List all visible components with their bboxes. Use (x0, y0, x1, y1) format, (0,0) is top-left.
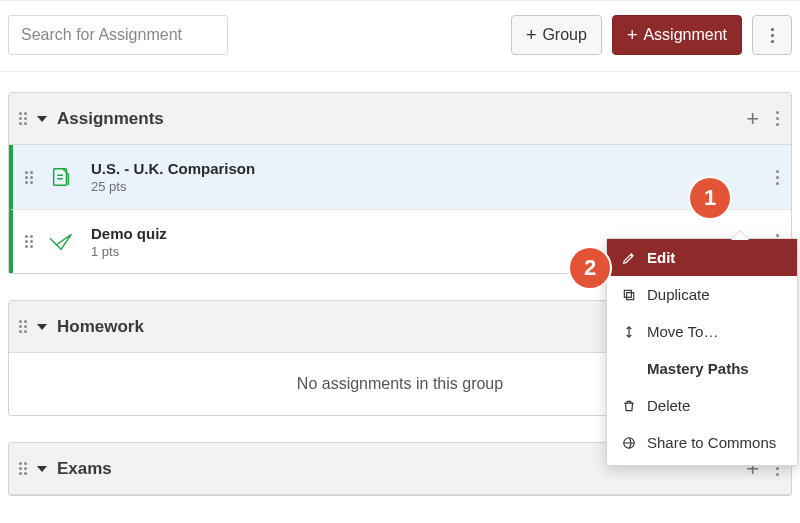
callout-badge-1: 1 (690, 178, 730, 218)
menu-item-label: Edit (647, 249, 675, 266)
add-group-label: Group (542, 26, 586, 44)
chevron-down-icon (37, 324, 47, 330)
search-input[interactable] (8, 15, 228, 55)
menu-item-label: Move To… (647, 323, 718, 340)
group-more-button[interactable] (775, 111, 779, 126)
move-icon (621, 324, 637, 340)
add-assignment-label: Assignment (643, 26, 727, 44)
blank-icon (621, 361, 637, 377)
add-assignment-button[interactable]: + Assignment (612, 15, 742, 55)
drag-handle-icon[interactable] (25, 235, 35, 248)
drag-handle-icon[interactable] (19, 320, 29, 333)
drag-handle-icon[interactable] (19, 462, 29, 475)
assignment-title: U.S. - U.K. Comparison (91, 160, 775, 177)
svg-rect-1 (627, 292, 634, 299)
group-title: Assignments (57, 109, 746, 129)
trash-icon (621, 398, 637, 414)
menu-item-label: Duplicate (647, 286, 710, 303)
assignment-row[interactable]: U.S. - U.K. Comparison 25 pts (9, 145, 791, 209)
commons-icon (621, 435, 637, 451)
plus-icon: + (627, 26, 638, 44)
toolbar: + Group + Assignment (0, 0, 800, 72)
chevron-down-icon (37, 116, 47, 122)
assignment-points: 25 pts (91, 179, 775, 194)
row-more-button[interactable] (775, 170, 779, 185)
menu-item-duplicate[interactable]: Duplicate (607, 276, 797, 313)
pencil-icon (621, 250, 637, 266)
menu-item-mastery-paths[interactable]: Mastery Paths (607, 350, 797, 387)
menu-item-edit[interactable]: Edit (607, 239, 797, 276)
plus-icon: + (526, 26, 537, 44)
add-group-button[interactable]: + Group (511, 15, 602, 55)
menu-item-label: Delete (647, 397, 690, 414)
kebab-icon (770, 28, 774, 43)
menu-item-move[interactable]: Move To… (607, 313, 797, 350)
menu-item-label: Share to Commons (647, 434, 776, 451)
assignment-icon (49, 165, 73, 189)
menu-item-share-commons[interactable]: Share to Commons (607, 424, 797, 461)
svg-rect-2 (624, 290, 631, 297)
row-context-menu: Edit Duplicate Move To… Mastery Paths De… (606, 238, 798, 466)
drag-handle-icon[interactable] (19, 112, 29, 125)
callout-badge-2: 2 (570, 248, 610, 288)
copy-icon (621, 287, 637, 303)
menu-item-label: Mastery Paths (647, 360, 749, 377)
toolbar-more-button[interactable] (752, 15, 792, 55)
group-add-button[interactable]: + (746, 108, 759, 130)
menu-item-delete[interactable]: Delete (607, 387, 797, 424)
chevron-down-icon (37, 466, 47, 472)
drag-handle-icon[interactable] (25, 171, 35, 184)
quiz-icon (49, 230, 73, 254)
group-header[interactable]: Assignments + (9, 93, 791, 145)
